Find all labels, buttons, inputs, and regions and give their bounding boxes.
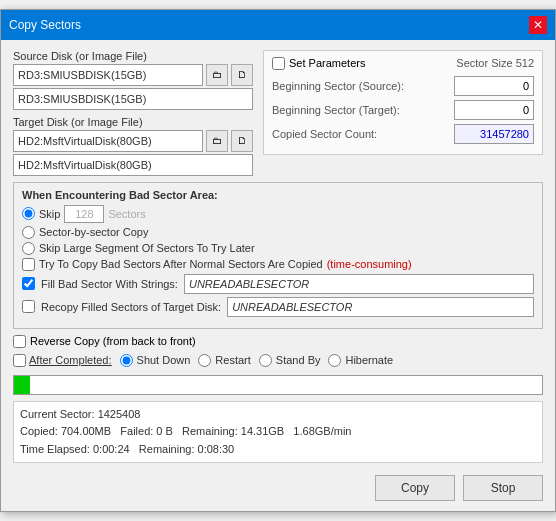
reverse-copy-checkbox[interactable] — [13, 335, 26, 348]
beginning-source-input[interactable] — [454, 76, 534, 96]
window-title: Copy Sectors — [9, 18, 81, 32]
skip-value-input[interactable] — [64, 205, 104, 223]
target-label: Target Disk (or Image File) — [13, 116, 253, 128]
target-value-display: HD2:MsftVirtualDisk(80GB) — [13, 154, 253, 176]
skip-radio[interactable] — [22, 207, 35, 220]
bad-sector-title: When Encountering Bad Sector Area: — [22, 189, 534, 201]
skip-label: Skip — [39, 208, 60, 220]
restart-radio[interactable] — [198, 354, 211, 367]
source-file-button[interactable]: 🗋 — [231, 64, 253, 86]
stop-button[interactable]: Stop — [463, 475, 543, 501]
fill-bad-label: Fill Bad Sector With Strings: — [41, 278, 178, 290]
title-bar: Copy Sectors ✕ — [1, 10, 555, 40]
progress-bar-fill — [14, 376, 30, 394]
fill-bad-input[interactable] — [184, 274, 534, 294]
shut-down-radio[interactable] — [120, 354, 133, 367]
set-params-checkbox[interactable] — [272, 57, 285, 70]
restart-option[interactable]: Restart — [198, 354, 250, 367]
try-copy-label: Try To Copy Bad Sectors After Normal Sec… — [39, 258, 323, 270]
close-button[interactable]: ✕ — [529, 16, 547, 34]
hibernate-radio[interactable] — [328, 354, 341, 367]
recopy-checkbox[interactable] — [22, 300, 35, 313]
source-label: Source Disk (or Image File) — [13, 50, 253, 62]
beginning-target-input[interactable] — [454, 100, 534, 120]
skip-sectors-label: Sectors — [108, 208, 145, 220]
copied-sector-input[interactable] — [454, 124, 534, 144]
copy-sectors-window: Copy Sectors ✕ Source Disk (or Image Fil… — [0, 9, 556, 513]
reverse-copy-label[interactable]: Reverse Copy (from back to front) — [13, 335, 543, 348]
source-input[interactable] — [13, 64, 203, 86]
recopy-input[interactable] — [227, 297, 534, 317]
sector-by-sector-label: Sector-by-sector Copy — [39, 226, 148, 238]
stand-by-option[interactable]: Stand By — [259, 354, 321, 367]
current-sector-status: Current Sector: 1425408 — [20, 406, 536, 424]
status-section: Current Sector: 1425408 Copied: 704.00MB… — [13, 401, 543, 464]
after-completed-checkbox[interactable] — [13, 354, 26, 367]
try-copy-checkbox[interactable] — [22, 258, 35, 271]
copy-button[interactable]: Copy — [375, 475, 455, 501]
try-copy-suffix: (time-consuming) — [327, 258, 412, 270]
source-value-display: RD3:SMIUSBDISK(15GB) — [13, 88, 253, 110]
hibernate-option[interactable]: Hibernate — [328, 354, 393, 367]
progress-bar-container — [13, 375, 543, 395]
target-input[interactable] — [13, 130, 203, 152]
shut-down-option[interactable]: Shut Down — [120, 354, 191, 367]
skip-large-radio[interactable] — [22, 242, 35, 255]
file-icon-2: 🗋 — [237, 135, 247, 146]
target-folder-button[interactable]: 🗀 — [206, 130, 228, 152]
file-icon: 🗋 — [237, 69, 247, 80]
set-params-checkbox-label[interactable]: Set Parameters — [272, 57, 365, 70]
copied-sector-label: Copied Sector Count: — [272, 128, 377, 140]
time-status: Time Elapsed: 0:00:24 Remaining: 0:08:30 — [20, 441, 536, 459]
sector-by-sector-radio[interactable] — [22, 226, 35, 239]
sector-size-label: Sector Size 512 — [456, 57, 534, 69]
recopy-label: Recopy Filled Sectors of Target Disk: — [41, 301, 221, 313]
target-file-button[interactable]: 🗋 — [231, 130, 253, 152]
folder-icon: 🗀 — [212, 69, 222, 80]
beginning-target-label: Beginning Sector (Target): — [272, 104, 400, 116]
folder-icon-2: 🗀 — [212, 135, 222, 146]
source-folder-button[interactable]: 🗀 — [206, 64, 228, 86]
skip-large-label: Skip Large Segment Of Sectors To Try Lat… — [39, 242, 255, 254]
after-completed-label[interactable]: After Completed: — [13, 354, 112, 367]
stand-by-radio[interactable] — [259, 354, 272, 367]
beginning-source-label: Beginning Sector (Source): — [272, 80, 404, 92]
copied-status: Copied: 704.00MB Failed: 0 B Remaining: … — [20, 423, 536, 441]
fill-bad-checkbox[interactable] — [22, 277, 35, 290]
